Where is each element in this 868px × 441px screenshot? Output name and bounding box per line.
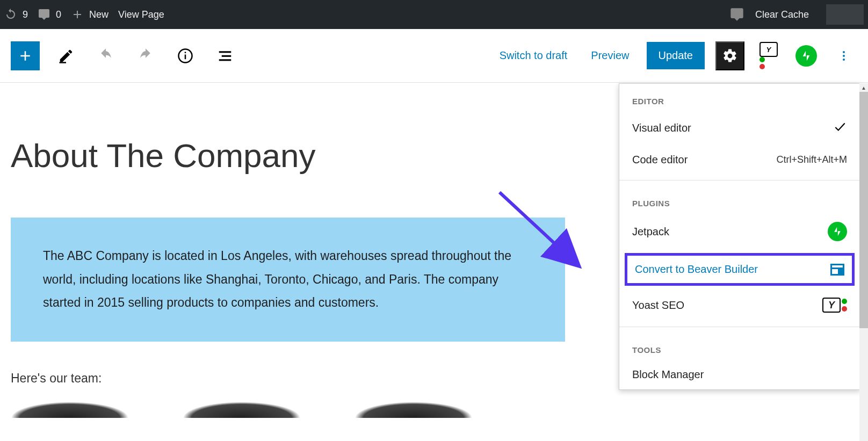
adminbar-updates[interactable]: 9 bbox=[4, 8, 28, 21]
redo-button[interactable] bbox=[132, 42, 159, 69]
scrollbar-up-arrow[interactable]: ▲ bbox=[859, 83, 868, 92]
svg-rect-2 bbox=[185, 54, 186, 59]
code-editor-option[interactable]: Code editor Ctrl+Shift+Alt+M bbox=[619, 145, 860, 175]
adminbar-new[interactable]: New bbox=[71, 8, 108, 21]
yoast-panel-button[interactable]: Y bbox=[755, 42, 782, 69]
block-manager-option[interactable]: Block Manager bbox=[619, 360, 860, 389]
clear-cache-button[interactable]: Clear Cache bbox=[755, 9, 809, 20]
svg-rect-3 bbox=[185, 52, 186, 53]
adminbar-view-page[interactable]: View Page bbox=[118, 9, 164, 20]
plus-icon bbox=[71, 8, 84, 21]
svg-rect-6 bbox=[219, 59, 232, 61]
plus-icon bbox=[17, 48, 33, 64]
gear-icon bbox=[722, 48, 738, 64]
editor-section-label: EDITOR bbox=[619, 84, 860, 111]
beaver-label: Convert to Beaver Builder bbox=[635, 263, 758, 276]
updates-count: 9 bbox=[23, 9, 28, 20]
intro-paragraph-block[interactable]: The ABC Company is located in Los Angele… bbox=[11, 218, 565, 342]
tools-section-label: TOOLS bbox=[619, 332, 860, 360]
switch-to-draft-button[interactable]: Switch to draft bbox=[493, 45, 574, 66]
visual-editor-option[interactable]: Visual editor bbox=[619, 111, 860, 145]
svg-point-7 bbox=[843, 51, 845, 53]
update-button[interactable]: Update bbox=[647, 42, 705, 69]
team-images-row bbox=[11, 402, 857, 418]
jetpack-icon bbox=[795, 45, 817, 67]
jetpack-label: Jetpack bbox=[632, 226, 669, 238]
beaver-builder-icon bbox=[830, 264, 844, 276]
outline-button[interactable] bbox=[212, 42, 238, 69]
list-outline-icon bbox=[217, 48, 233, 64]
scrollbar-thumb[interactable] bbox=[859, 92, 868, 328]
intro-paragraph-text: The ABC Company is located in Los Angele… bbox=[43, 249, 511, 309]
more-options-button[interactable] bbox=[830, 42, 857, 69]
jetpack-option[interactable]: Jetpack bbox=[619, 213, 860, 250]
comments-count: 0 bbox=[56, 9, 61, 20]
svg-rect-5 bbox=[222, 55, 232, 56]
new-label: New bbox=[89, 9, 108, 20]
settings-button[interactable] bbox=[715, 41, 744, 70]
svg-point-8 bbox=[843, 55, 845, 57]
yoast-seo-option[interactable]: Yoast SEO Y bbox=[619, 289, 860, 321]
refresh-icon bbox=[4, 8, 17, 21]
svg-point-9 bbox=[843, 59, 845, 61]
yoast-icon: Y bbox=[822, 298, 847, 313]
comment-icon bbox=[729, 7, 744, 22]
editor-toolbar: Switch to draft Preview Update Y bbox=[0, 29, 868, 83]
clear-cache-label: Clear Cache bbox=[755, 9, 809, 20]
comment-icon bbox=[38, 8, 50, 21]
info-icon bbox=[177, 48, 193, 64]
vertical-dots-icon bbox=[837, 49, 850, 62]
details-button[interactable] bbox=[172, 42, 199, 69]
svg-rect-4 bbox=[219, 51, 232, 53]
vertical-scrollbar[interactable]: ▲ bbox=[859, 83, 868, 441]
visual-editor-label: Visual editor bbox=[632, 122, 691, 134]
preview-button[interactable]: Preview bbox=[584, 45, 635, 66]
check-icon bbox=[833, 120, 847, 136]
undo-button[interactable] bbox=[92, 42, 119, 69]
edit-pencil-icon bbox=[58, 48, 74, 64]
yoast-label: Yoast SEO bbox=[632, 299, 684, 312]
convert-to-beaver-builder-option[interactable]: Convert to Beaver Builder bbox=[625, 253, 855, 286]
svg-rect-0 bbox=[60, 62, 67, 63]
jetpack-icon bbox=[828, 222, 847, 241]
team-image bbox=[355, 402, 473, 418]
redo-icon bbox=[138, 48, 154, 64]
team-image bbox=[11, 402, 129, 418]
code-editor-label: Code editor bbox=[632, 154, 688, 166]
undo-icon bbox=[98, 48, 114, 64]
block-manager-label: Block Manager bbox=[632, 368, 704, 381]
more-options-menu: EDITOR Visual editor Code editor Ctrl+Sh… bbox=[619, 83, 860, 390]
plugins-section-label: PLUGINS bbox=[619, 186, 860, 213]
view-page-label: View Page bbox=[118, 9, 164, 20]
add-block-button[interactable] bbox=[11, 41, 40, 70]
adminbar-comments[interactable]: 0 bbox=[38, 8, 61, 21]
menu-divider bbox=[619, 180, 860, 180]
code-editor-shortcut: Ctrl+Shift+Alt+M bbox=[776, 154, 847, 165]
admin-bar: 9 0 New View Page Clear Cache bbox=[0, 0, 868, 29]
yoast-icon: Y bbox=[760, 42, 778, 69]
jetpack-panel-button[interactable] bbox=[793, 42, 820, 69]
menu-divider bbox=[619, 327, 860, 327]
adminbar-account[interactable] bbox=[826, 4, 864, 25]
team-image bbox=[183, 402, 301, 418]
tools-select-button[interactable] bbox=[53, 42, 79, 69]
